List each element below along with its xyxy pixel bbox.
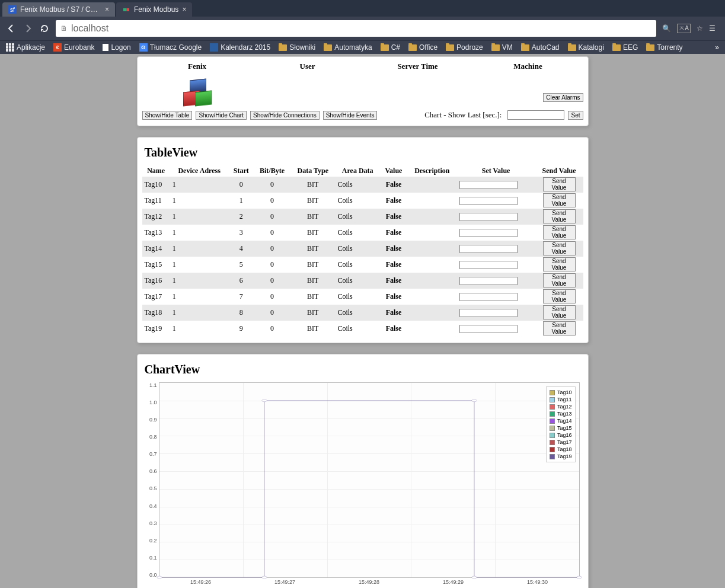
set-value-input[interactable] bbox=[459, 261, 518, 269]
set-value-input[interactable] bbox=[459, 245, 518, 253]
url-bar[interactable]: 🗎 localhost bbox=[56, 20, 656, 37]
translate-icon[interactable]: ㅈA bbox=[677, 24, 691, 33]
send-value-button[interactable]: Send Value bbox=[543, 193, 576, 207]
bookmark-label: Aplikacje bbox=[17, 43, 45, 52]
set-value-input[interactable] bbox=[459, 293, 518, 301]
table-cell: BIT bbox=[290, 321, 335, 337]
close-icon[interactable]: × bbox=[182, 5, 186, 14]
menu-icon[interactable]: ☰ bbox=[709, 24, 716, 33]
send-value-button[interactable]: Send Value bbox=[543, 257, 576, 271]
close-icon[interactable]: × bbox=[105, 5, 109, 14]
bookmark-item[interactable]: Automatyka bbox=[324, 43, 372, 52]
reload-icon[interactable] bbox=[39, 23, 50, 34]
legend-label: Tag13 bbox=[557, 410, 572, 417]
table-cell: 1 bbox=[170, 209, 229, 225]
table-header: Send Value bbox=[535, 165, 583, 177]
folder-icon bbox=[521, 44, 529, 51]
bookmark-item[interactable]: Logon bbox=[103, 43, 130, 52]
bookmark-item[interactable]: EEG bbox=[612, 43, 638, 52]
send-value-button[interactable]: Send Value bbox=[543, 209, 576, 223]
folder-icon bbox=[324, 44, 332, 51]
send-value-button[interactable]: Send Value bbox=[543, 321, 576, 335]
toggle-chart-button[interactable]: Show/Hide Chart bbox=[196, 111, 247, 120]
set-value-input[interactable] bbox=[459, 325, 518, 333]
bookmark-item[interactable]: GTłumacz Google bbox=[139, 43, 202, 52]
set-value-input[interactable] bbox=[459, 309, 518, 317]
table-cell: Tag16 bbox=[142, 273, 170, 289]
folder-icon bbox=[568, 44, 576, 51]
bookmarks-overflow-icon[interactable]: » bbox=[715, 43, 719, 52]
table-cell: BIT bbox=[290, 305, 335, 321]
legend-swatch-icon bbox=[550, 397, 555, 402]
send-value-button[interactable]: Send Value bbox=[543, 273, 576, 287]
tableview-title: TableView bbox=[145, 146, 583, 159]
bookmark-label: AutoCad bbox=[532, 43, 560, 52]
bookmark-label: Office bbox=[419, 43, 437, 52]
header-row: Fenix User Server Time Machine Clear Ala… bbox=[142, 59, 583, 106]
toggle-table-button[interactable]: Show/Hide Table bbox=[142, 111, 193, 120]
toggle-connections-button[interactable]: Show/Hide Connections bbox=[250, 111, 320, 120]
set-value-input[interactable] bbox=[459, 229, 518, 237]
table-cell: 6 bbox=[229, 273, 254, 289]
table-cell: 0 bbox=[254, 209, 290, 225]
table-cell: False bbox=[380, 257, 407, 273]
table-cell bbox=[457, 289, 535, 305]
table-cell: Send Value bbox=[535, 305, 583, 321]
set-button[interactable]: Set bbox=[568, 111, 583, 120]
zoom-icon[interactable]: 🔍 bbox=[662, 24, 671, 33]
table-cell: Coils bbox=[335, 225, 380, 241]
send-value-button[interactable]: Send Value bbox=[543, 289, 576, 303]
toggle-events-button[interactable]: Show/Hide Events bbox=[323, 111, 378, 120]
y-tick: 0.3 bbox=[149, 520, 157, 526]
chart-last-input[interactable] bbox=[507, 110, 564, 120]
table-cell: Tag17 bbox=[142, 289, 170, 305]
series-line bbox=[159, 401, 579, 577]
browser-tab[interactable]: Fenix Modbus × bbox=[116, 2, 192, 17]
bookmark-item[interactable]: €Eurobank bbox=[53, 43, 94, 52]
legend-swatch-icon bbox=[550, 404, 555, 410]
bookmark-item[interactable]: Torrenty bbox=[646, 43, 682, 52]
set-value-input[interactable] bbox=[459, 277, 518, 285]
table-header: Device Adress bbox=[170, 165, 229, 177]
set-value-input[interactable] bbox=[459, 213, 518, 221]
table-cell: 9 bbox=[229, 321, 254, 337]
legend-label: Tag17 bbox=[557, 439, 572, 446]
back-icon[interactable] bbox=[6, 23, 17, 34]
series-point bbox=[471, 400, 476, 402]
y-tick: 1.1 bbox=[149, 382, 157, 388]
table-cell: False bbox=[380, 273, 407, 289]
browser-tab[interactable]: sf Fenix Modbus / S7 / Categ × bbox=[2, 2, 115, 17]
bookmark-item[interactable]: C# bbox=[381, 43, 400, 52]
table-cell: 8 bbox=[229, 305, 254, 321]
set-value-input[interactable] bbox=[459, 181, 518, 189]
send-value-button[interactable]: Send Value bbox=[543, 305, 576, 319]
table-cell: 1 bbox=[170, 225, 229, 241]
table-row: Tag17170BITCoilsFalseSend Value bbox=[142, 289, 583, 305]
table-cell: Coils bbox=[335, 305, 380, 321]
bookmark-item[interactable]: Słowniki bbox=[279, 43, 315, 52]
bookmark-item[interactable]: AutoCad bbox=[521, 43, 560, 52]
bookmark-item[interactable]: Aplikacje bbox=[6, 43, 45, 52]
forward-icon[interactable] bbox=[23, 23, 33, 34]
send-value-button[interactable]: Send Value bbox=[543, 241, 576, 255]
bookmark-item[interactable]: Kalendarz 2015 bbox=[210, 43, 270, 52]
bookmark-item[interactable]: Office bbox=[408, 43, 437, 52]
star-icon[interactable]: ☆ bbox=[697, 24, 703, 33]
logo-cubes-icon bbox=[180, 75, 215, 106]
table-cell: Coils bbox=[335, 257, 380, 273]
bookmark-item[interactable]: VM bbox=[491, 43, 513, 52]
table-row: Tag18180BITCoilsFalseSend Value bbox=[142, 305, 583, 321]
clear-alarms-button[interactable]: Clear Alarms bbox=[543, 93, 583, 102]
send-value-button[interactable]: Send Value bbox=[543, 225, 576, 239]
bookmark-item[interactable]: Katalogi bbox=[568, 43, 604, 52]
send-value-button[interactable]: Send Value bbox=[543, 177, 576, 191]
table-cell: 5 bbox=[229, 257, 254, 273]
legend-label: Tag11 bbox=[557, 396, 572, 403]
table-cell: 0 bbox=[254, 289, 290, 305]
bookmark-item[interactable]: Podroze bbox=[446, 43, 483, 52]
set-value-input[interactable] bbox=[459, 197, 518, 205]
table-cell: Coils bbox=[335, 289, 380, 305]
folder-icon bbox=[279, 44, 287, 51]
table-cell: 1 bbox=[170, 305, 229, 321]
table-cell: BIT bbox=[290, 241, 335, 257]
